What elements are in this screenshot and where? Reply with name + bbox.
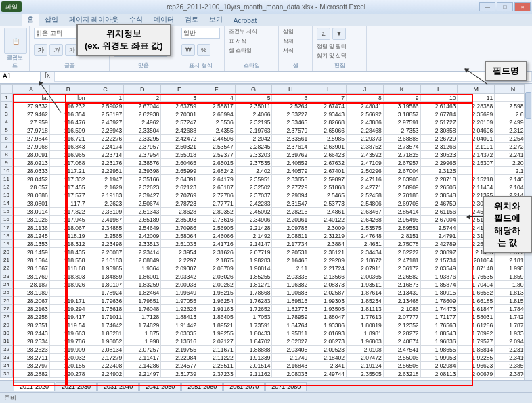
row-header[interactable]: 4 xyxy=(1,118,13,126)
cell[interactable]: 2.2297 xyxy=(161,256,198,264)
cell[interactable]: 2.33295 xyxy=(124,135,161,143)
cell[interactable]: 2.50674 xyxy=(124,199,161,208)
sheet-tab[interactable]: 2041-2050 xyxy=(139,382,181,391)
cell[interactable]: 2.03035 xyxy=(161,329,198,337)
cell[interactable]: 2.18402 xyxy=(309,354,347,362)
cell[interactable]: 2.34885 xyxy=(87,224,124,232)
cell[interactable]: 2.1749 xyxy=(272,354,309,362)
autosum-button[interactable]: Σ xyxy=(317,28,330,40)
cell[interactable]: 118.68 xyxy=(49,264,87,272)
cell[interactable]: 1.77613 xyxy=(347,313,384,321)
cell[interactable] xyxy=(49,289,87,297)
cell[interactable]: 118.19 xyxy=(49,232,87,240)
cell[interactable]: 2.43886 xyxy=(347,118,384,126)
cell[interactable]: 120.278 xyxy=(49,370,87,378)
cell[interactable]: 28.1245 xyxy=(13,232,50,240)
row-header[interactable]: 17 xyxy=(1,224,13,232)
delete-cell-button[interactable]: 삭제 xyxy=(283,37,308,45)
cell[interactable] xyxy=(458,167,495,175)
cell[interactable]: 2.29373 xyxy=(347,135,384,143)
cell[interactable]: 201084 xyxy=(458,256,495,264)
cell[interactable]: 1.93876 xyxy=(420,272,458,281)
cell[interactable]: 2.70986 xyxy=(161,224,198,232)
currency-button[interactable]: ₩ xyxy=(181,44,195,56)
column-header[interactable]: K xyxy=(383,85,420,94)
cell[interactable]: 2.24577 xyxy=(161,362,198,370)
cell[interactable]: 2.67957 xyxy=(383,159,420,167)
cell[interactable]: 2.43592 xyxy=(347,151,384,159)
row-header[interactable]: 34 xyxy=(1,362,13,370)
row-header[interactable]: 3 xyxy=(1,110,13,118)
cell[interactable]: 2.37535 xyxy=(235,159,272,167)
cell[interactable]: 2.53773 xyxy=(309,199,347,208)
cell[interactable]: 2.19124 xyxy=(347,362,384,370)
row-header[interactable]: 24 xyxy=(1,281,13,289)
cell[interactable]: 118.926 xyxy=(49,281,87,289)
cell[interactable]: 2.67044 xyxy=(124,102,161,110)
cell[interactable]: 2.20531 xyxy=(272,248,309,256)
cell[interactable]: 1.88888 xyxy=(235,346,272,354)
cell[interactable]: 1.73591 xyxy=(235,321,272,329)
cell[interactable]: 2.31266 xyxy=(420,143,458,151)
cell[interactable]: 2.55006 xyxy=(383,354,420,362)
cell[interactable]: 1.93505 xyxy=(309,305,347,313)
sheet-tab[interactable]: 2061-2070 xyxy=(223,382,265,391)
cell[interactable]: 2.30897 xyxy=(420,248,458,256)
cell[interactable]: 2.11434 xyxy=(458,183,495,191)
row-header[interactable]: 5 xyxy=(1,126,13,135)
cell[interactable]: 2.7353 xyxy=(383,126,420,135)
cell[interactable]: 1.80107 xyxy=(87,281,124,289)
cell[interactable]: 2.15734 xyxy=(420,256,458,264)
cell[interactable]: 2.67004 xyxy=(420,216,458,224)
cell[interactable]: 1.81271 xyxy=(235,281,272,289)
formula-input[interactable] xyxy=(54,72,532,82)
cell[interactable]: 2.37233 xyxy=(198,370,235,378)
cell[interactable]: 2.42771 xyxy=(347,183,384,191)
cell[interactable]: 2.28718 xyxy=(420,175,458,183)
cell[interactable]: 2.35011 xyxy=(235,102,272,110)
row-header[interactable]: 26 xyxy=(1,297,13,305)
cell[interactable]: 2.07777 xyxy=(383,313,420,321)
cell[interactable]: 7 xyxy=(309,94,347,102)
cell[interactable]: 2.39427 xyxy=(124,191,161,199)
column-header[interactable]: C xyxy=(87,85,124,94)
cell[interactable]: 2.33513 xyxy=(124,240,161,248)
cell[interactable]: 2.67004 xyxy=(383,167,420,175)
cell[interactable]: 2.23498 xyxy=(87,240,124,248)
cell[interactable]: 2.08113 xyxy=(420,370,458,378)
cell[interactable]: 1.80433 xyxy=(235,329,272,337)
column-header[interactable]: H xyxy=(272,85,309,94)
cell[interactable]: 1.92628 xyxy=(161,305,198,313)
cell[interactable]: 117.088 xyxy=(49,159,87,167)
cell[interactable]: 2.24902 xyxy=(87,370,124,378)
spreadsheet-grid[interactable]: ABCDEFGHIJKLMN1latlon123456789101112227.… xyxy=(0,84,532,380)
cell[interactable]: lat xyxy=(13,94,50,102)
format-cell-button[interactable]: 서식 xyxy=(283,47,308,54)
cell[interactable]: 2.08709 xyxy=(198,264,235,272)
cell[interactable]: 2.53547 xyxy=(198,143,235,151)
cell[interactable]: 28.0091 xyxy=(13,151,50,159)
cell[interactable]: 28.2443 xyxy=(13,329,50,337)
cell[interactable]: 2.53575 xyxy=(347,224,384,232)
cell[interactable]: 2.4355 xyxy=(198,126,235,135)
cell[interactable]: 2.65015 xyxy=(198,159,235,167)
cell[interactable]: 2.08849 xyxy=(124,256,161,264)
cell[interactable]: 2.47541 xyxy=(383,346,420,354)
cell[interactable]: 1.70404 xyxy=(458,281,495,289)
cell[interactable]: 2.14147 xyxy=(235,240,272,248)
row-header[interactable]: 33 xyxy=(1,354,13,362)
cell[interactable]: 2.61156 xyxy=(420,208,458,216)
cell[interactable]: 1.99953 xyxy=(420,354,458,362)
cell[interactable]: 2.11417 xyxy=(124,354,161,362)
cell[interactable]: 2.40122 xyxy=(309,216,347,224)
sheet-tab[interactable]: 2051-2060 xyxy=(181,382,223,391)
cell[interactable]: 2.55018 xyxy=(161,151,198,159)
column-header[interactable]: G xyxy=(235,85,272,94)
cell[interactable]: 2.09788 xyxy=(272,224,309,232)
cell[interactable]: 28.1136 xyxy=(13,224,50,232)
cell[interactable]: 2.04091 xyxy=(458,135,495,143)
cell[interactable]: 2.42283 xyxy=(235,199,272,208)
cell[interactable]: 28.0452 xyxy=(13,175,50,183)
cell[interactable]: 2.17734 xyxy=(272,240,309,248)
cell[interactable]: 2.5744 xyxy=(420,224,458,232)
